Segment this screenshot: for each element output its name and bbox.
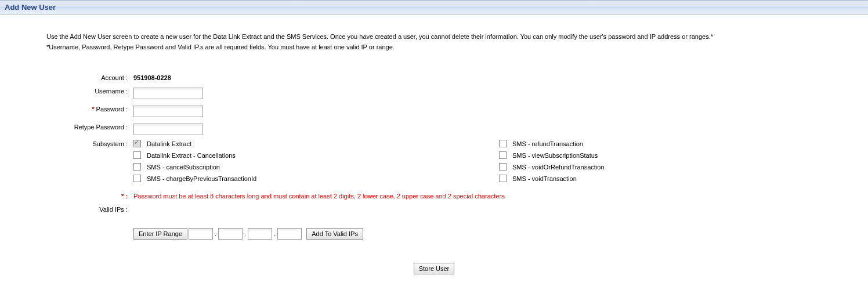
subsystem-item: SMS - chargeByPreviousTransactionId: [133, 175, 499, 182]
subsystem-item: SMS - voidTransaction: [499, 175, 865, 182]
subsystem-col-right: SMS - refundTransaction SMS - viewSubscr…: [499, 140, 865, 186]
subsystem-item: SMS - cancelSubscription: [133, 163, 499, 171]
username-input[interactable]: [133, 88, 203, 99]
intro-line-2: *Username, Password, Retype Password and…: [46, 42, 822, 53]
ip-dot: .: [215, 230, 216, 237]
add-to-valid-ips-button[interactable]: Add To Valid IPs: [306, 228, 363, 240]
username-label: Username :: [46, 86, 133, 95]
subsystem-item-label: SMS - refundTransaction: [512, 140, 583, 147]
checkbox[interactable]: [133, 163, 141, 171]
store-row: Store User: [0, 263, 868, 274]
subsystem-item-label: SMS - viewSubscriptionStatus: [512, 152, 598, 159]
required-marker: *: [92, 106, 94, 113]
ip-dot: .: [274, 230, 276, 237]
subsystem-item: SMS - viewSubscriptionStatus: [499, 151, 865, 159]
intro-text: Use the Add New User screen to create a …: [46, 32, 822, 52]
ip-octet-2[interactable]: [218, 228, 243, 240]
subsystem-columns: Datalink Extract Datalink Extract - Canc…: [133, 140, 865, 186]
subsystem-item: SMS - voidOrRefundTransaction: [499, 163, 865, 171]
store-user-button[interactable]: Store User: [414, 263, 455, 274]
retype-password-label: Retype Password :: [46, 122, 133, 131]
checkbox[interactable]: [499, 163, 507, 171]
ip-range-zone: Enter IP Range . . . Add To Valid IPs: [133, 228, 363, 240]
subsystem-item-label: SMS - chargeByPreviousTransactionId: [147, 175, 256, 182]
ip-octet-3[interactable]: [248, 228, 272, 240]
password-note: Password must be at least 8 characters l…: [133, 191, 505, 200]
checkbox[interactable]: [133, 140, 141, 147]
subsystem-label: Subsystem :: [46, 140, 133, 147]
account-value: 951908-0228: [133, 73, 171, 81]
subsystem-item: SMS - refundTransaction: [499, 140, 865, 147]
intro-line-1: Use the Add New User screen to create a …: [46, 32, 822, 42]
retype-password-input[interactable]: [133, 124, 203, 135]
page-title: Add New User: [5, 3, 56, 12]
checkbox[interactable]: [499, 151, 507, 159]
checkbox[interactable]: [133, 151, 141, 159]
ip-dot: .: [244, 230, 246, 237]
subsystem-col-left: Datalink Extract Datalink Extract - Canc…: [133, 140, 499, 186]
subsystem-item: Datalink Extract: [133, 140, 499, 147]
subsystem-item-label: SMS - voidTransaction: [512, 175, 577, 182]
valid-ips-label: Valid IPs :: [46, 204, 133, 213]
subsystem-item-label: Datalink Extract - Cancellations: [147, 152, 236, 159]
subsystem-item: Datalink Extract - Cancellations: [133, 151, 499, 159]
subsystem-item-label: SMS - voidOrRefundTransaction: [512, 164, 605, 171]
account-label: Account :: [46, 73, 133, 81]
form-area: Account : 951908-0228 Username : * Passw…: [46, 73, 868, 240]
ip-octet-4[interactable]: [277, 228, 302, 240]
password-note-marker: * :: [46, 191, 133, 200]
enter-ip-range-button[interactable]: Enter IP Range: [133, 228, 187, 240]
subsystem-item-label: Datalink Extract: [147, 140, 191, 147]
password-label: * Password :: [46, 104, 133, 113]
page-title-bar: Add New User: [0, 0, 868, 15]
checkbox[interactable]: [499, 175, 507, 182]
checkbox[interactable]: [133, 175, 141, 182]
ip-octet-1[interactable]: [189, 228, 213, 240]
checkbox[interactable]: [499, 140, 507, 147]
subsystem-item-label: SMS - cancelSubscription: [147, 164, 220, 171]
password-input[interactable]: [133, 106, 203, 117]
